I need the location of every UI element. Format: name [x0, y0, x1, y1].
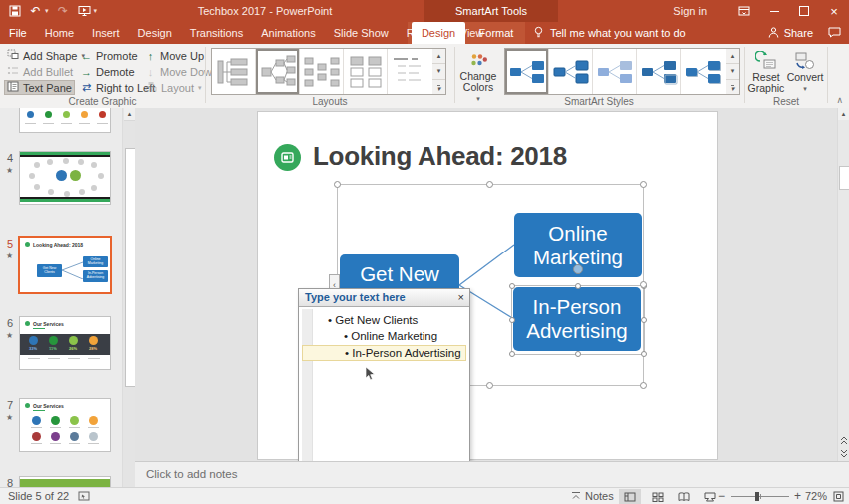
slide-sorter-icon[interactable]: [647, 489, 669, 504]
layouts-scroll-up-icon[interactable]: ▴: [432, 49, 445, 64]
normal-view-icon[interactable]: [619, 489, 641, 504]
comments-button[interactable]: [828, 22, 841, 44]
text-pane-item-3[interactable]: • In-Person Advertising: [302, 345, 466, 361]
frame-handle[interactable]: [640, 382, 647, 389]
slide-5-thumbnail[interactable]: Looking Ahead: 2018 Get New Clients Onli…: [20, 238, 110, 292]
text-pane-item-1[interactable]: • Get New Clients: [302, 313, 466, 328]
styles-scroll-up-icon[interactable]: ▴: [726, 49, 739, 64]
style-thumb-2[interactable]: [549, 49, 593, 94]
selection-handle[interactable]: [509, 351, 515, 357]
frame-handle[interactable]: [486, 382, 493, 389]
tab-insert[interactable]: Insert: [83, 22, 129, 44]
styles-more-icon[interactable]: ▾: [726, 80, 739, 94]
maximize-icon[interactable]: [789, 0, 819, 22]
collapse-ribbon-icon[interactable]: ∧: [836, 95, 843, 105]
move-up-button[interactable]: ↑ Move Up: [142, 48, 207, 63]
thumbnail-panel-scrollbar[interactable]: ▴: [122, 108, 135, 487]
layouts-more-icon[interactable]: ▾: [432, 80, 445, 94]
panel-scroll-up-icon[interactable]: ▴: [124, 108, 135, 121]
window-title: Techbox 2017 - PowerPoint: [140, 0, 390, 22]
tab-smartart-design[interactable]: Design: [412, 22, 465, 44]
style-thumb-3[interactable]: [593, 49, 637, 94]
group-divider: [827, 47, 828, 103]
layout-thumb-5[interactable]: [388, 49, 431, 94]
fit-slide-to-window-icon[interactable]: [833, 491, 844, 504]
demote-button[interactable]: → Demote: [78, 64, 138, 79]
styles-scroll-down-icon[interactable]: ▾: [726, 64, 739, 79]
ribbon-display-options-icon[interactable]: [729, 0, 759, 22]
frame-handle[interactable]: [486, 181, 493, 188]
text-pane-close-icon[interactable]: ×: [458, 289, 464, 306]
slide-6-thumbnail[interactable]: Our Services 33% 11% 26% 28%: [20, 317, 110, 369]
text-pane-button[interactable]: Text Pane: [4, 80, 75, 95]
layout-thumb-3[interactable]: [300, 49, 344, 94]
tab-design[interactable]: Design: [129, 22, 181, 44]
tab-slide-show[interactable]: Slide Show: [325, 22, 398, 44]
tab-transitions[interactable]: Transitions: [181, 22, 252, 44]
tab-home[interactable]: Home: [36, 22, 83, 44]
selection-handle[interactable]: [641, 351, 647, 357]
qat-customize-icon[interactable]: ▾: [94, 7, 98, 15]
scroll-up-icon[interactable]: ▴: [838, 108, 849, 120]
slide-title-icon: [274, 144, 301, 171]
notes-toggle-button[interactable]: Notes: [571, 488, 614, 504]
slide-3-thumbnail[interactable]: [20, 108, 110, 132]
promote-button[interactable]: ← Promote: [78, 48, 141, 63]
previous-slide-button[interactable]: [838, 434, 849, 447]
frame-handle[interactable]: [640, 181, 647, 188]
zoom-level[interactable]: 72%: [805, 488, 827, 504]
style-thumb-1[interactable]: [505, 49, 549, 94]
sign-in-button[interactable]: Sign in: [673, 5, 707, 17]
group-label-smartart-styles: SmartArt Styles: [456, 96, 742, 107]
group-divider: [454, 47, 455, 103]
save-icon[interactable]: [8, 4, 21, 18]
tab-smartart-format[interactable]: Format: [469, 22, 523, 44]
minimize-icon[interactable]: [759, 0, 789, 22]
layout-thumb-4[interactable]: [344, 49, 388, 94]
notes-pane[interactable]: Click to add notes: [135, 461, 849, 488]
slide-4-animation-star: ★: [6, 166, 13, 175]
tab-file[interactable]: File: [0, 22, 36, 44]
zoom-in-icon[interactable]: +: [794, 489, 801, 504]
selection-handle[interactable]: [509, 317, 515, 323]
slide-7-number: 7: [7, 399, 13, 411]
add-shape-icon: [7, 49, 19, 62]
close-icon[interactable]: ×: [819, 0, 849, 22]
layout-thumb-1[interactable]: [212, 49, 256, 94]
selection-handle[interactable]: [509, 283, 515, 289]
frame-handle[interactable]: [640, 281, 647, 288]
style-thumb-5[interactable]: [681, 49, 725, 94]
start-slideshow-icon[interactable]: [78, 4, 91, 18]
main-scrollbar-thumb[interactable]: [839, 166, 849, 190]
tell-me-box[interactable]: Tell me what you want to do: [533, 22, 686, 44]
slide-8-thumbnail[interactable]: [20, 477, 110, 487]
add-shape-button[interactable]: Add Shape▾: [4, 48, 88, 63]
tab-animations[interactable]: Animations: [252, 22, 324, 44]
slide-7-thumbnail[interactable]: Our Services: [20, 399, 110, 451]
undo-dropdown-icon[interactable]: ▾: [45, 7, 49, 15]
slide-thumbnail-panel: 4 ★: [0, 108, 122, 487]
selection-handle[interactable]: [575, 351, 581, 357]
zoom-slider-track[interactable]: [731, 496, 789, 497]
status-bar: Slide 5 of 22 Notes − + 72%: [0, 487, 849, 504]
frame-handle[interactable]: [334, 181, 341, 188]
slide-7-animation-star: ★: [6, 413, 13, 422]
layouts-scroll-down-icon[interactable]: ▾: [432, 64, 445, 79]
undo-icon[interactable]: ↶: [29, 4, 42, 18]
text-pane-item-2[interactable]: • Online Marketing: [302, 329, 466, 344]
zoom-out-icon[interactable]: −: [718, 489, 725, 504]
display-settings-icon[interactable]: [78, 491, 91, 504]
slide-title[interactable]: Looking Ahead: 2018: [313, 141, 567, 172]
notes-placeholder[interactable]: Click to add notes: [146, 462, 237, 487]
next-slide-button[interactable]: [838, 447, 849, 460]
share-button[interactable]: Share: [768, 22, 813, 44]
slide-4-thumbnail[interactable]: [20, 152, 110, 204]
layout-thumb-2[interactable]: [256, 49, 300, 94]
rotate-handle[interactable]: [573, 264, 583, 274]
main-scrollbar[interactable]: ▴: [837, 108, 849, 461]
selection-handle[interactable]: [575, 283, 581, 289]
reading-view-icon[interactable]: [673, 489, 695, 504]
selection-handle[interactable]: [641, 317, 647, 323]
zoom-slider-thumb[interactable]: [755, 492, 759, 501]
style-thumb-4[interactable]: [637, 49, 681, 94]
